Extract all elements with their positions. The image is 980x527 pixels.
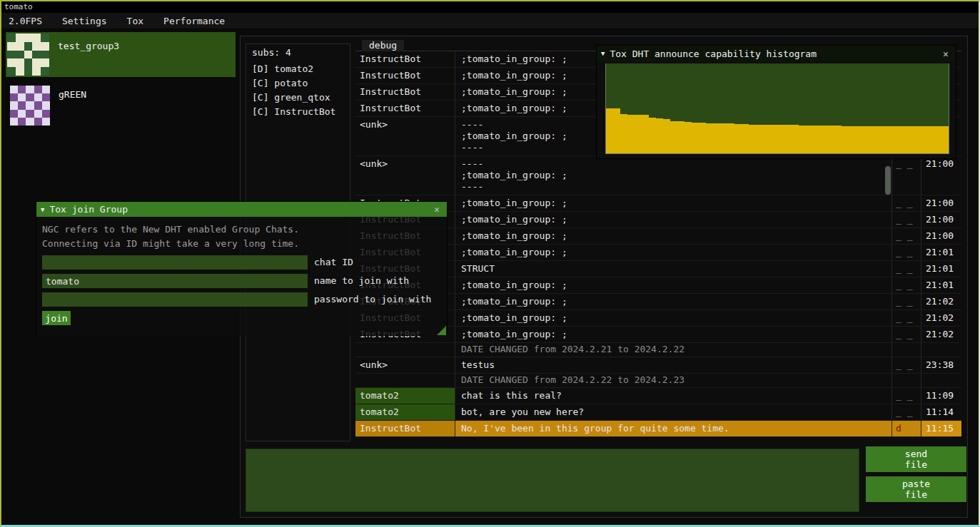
chat-message: No, I've been in this group for quite so… <box>455 421 892 436</box>
chat-flags: _ _ <box>892 327 921 342</box>
chat-sender: InstructBot <box>355 68 455 83</box>
chat-message: ---- ;tomato_in_group: ; ---- <box>455 156 892 195</box>
contact-list: test_group3 gREEN <box>6 32 236 135</box>
group-item-test-group3[interactable]: test_group3 <box>6 32 236 77</box>
subs-list-item[interactable]: [C] green_qtox <box>246 91 350 105</box>
chat-sender: tomato2 <box>355 388 455 404</box>
join-group-window: ▼ Tox join Group ✕ NGC refers to the New… <box>36 201 448 336</box>
chat-row[interactable]: <unk>testus_ _23:38 <box>355 357 961 374</box>
chat-flags: _ _ <box>892 404 921 420</box>
chat-time: 21:02 <box>921 327 961 342</box>
subs-list-item[interactable]: [C] InstructBot <box>246 105 350 119</box>
chat-time <box>921 343 961 357</box>
chat-time: 21:01 <box>921 277 961 293</box>
chat-flags: _ _ <box>892 228 921 244</box>
chat-time: 21:01 <box>921 261 961 277</box>
chat-message: ;tomato_in_group: ; <box>455 294 892 309</box>
join-info-line: NGC refers to the New DHT enabled Group … <box>42 222 441 237</box>
chat-flags: _ _ <box>892 156 921 195</box>
join-close-icon[interactable]: ✕ <box>431 204 443 215</box>
chat-flags: _ _ <box>892 277 921 293</box>
join-password-input[interactable] <box>42 292 308 307</box>
join-group-title: Tox join Group <box>49 204 128 215</box>
chat-time: 23:38 <box>921 357 961 373</box>
chat-scrollbar-thumb[interactable] <box>885 166 891 195</box>
join-button[interactable]: join <box>42 311 71 325</box>
chat-message: DATE CHANGED from 2024.2.22 to 2024.2.23 <box>455 374 892 387</box>
chat-message: ;tomato_in_group: ; <box>455 228 892 244</box>
chat-flags: _ _ <box>892 261 921 277</box>
join-group-body: NGC refers to the New DHT enabled Group … <box>36 217 447 336</box>
collapse-icon[interactable]: ▼ <box>601 50 605 57</box>
chat-flags: _ _ <box>892 310 921 326</box>
join-name-input[interactable] <box>42 274 308 288</box>
send-file-button[interactable]: send file <box>866 446 966 472</box>
join-password-label: password to join with <box>314 292 431 307</box>
chat-time: 11:14 <box>921 404 961 420</box>
chat-time: 21:00 <box>921 195 961 211</box>
chat-message: ;tomato_in_group: ; <box>455 212 892 227</box>
chat-sender: InstructBot <box>355 101 455 116</box>
subs-list-item[interactable]: [C] potato <box>246 76 350 91</box>
histogram-plot <box>605 63 949 154</box>
group-avatar <box>10 86 50 126</box>
chat-time: 21:00 <box>921 212 961 227</box>
chat-sender: <unk> <box>355 357 455 373</box>
message-input[interactable] <box>246 449 859 512</box>
histogram-close-icon[interactable]: ✕ <box>940 48 951 59</box>
chat-message: ;tomato_in_group: ; <box>455 327 892 342</box>
histogram-window: ▼ Tox DHT announce capability histogram … <box>596 45 956 159</box>
group-item-green[interactable]: gREEN <box>6 83 236 128</box>
chat-message: testus <box>455 357 892 373</box>
chat-row[interactable]: <unk>---- ;tomato_in_group: ; ----_ _21:… <box>355 156 961 195</box>
group-name: gREEN <box>51 83 86 128</box>
subs-list-item[interactable]: [D] tomato2 <box>246 62 350 76</box>
paste-file-button[interactable]: paste file <box>866 476 966 502</box>
chat-sender: <unk> <box>355 156 455 195</box>
group-name: test_group3 <box>51 32 119 77</box>
histogram-body <box>597 61 956 158</box>
join-info-line: Connecting via ID might take a very long… <box>42 237 441 251</box>
chat-time: 21:01 <box>921 245 961 260</box>
chat-flags: _ _ <box>892 212 921 227</box>
subs-list: [D] tomato2[C] potato[C] green_qtox[C] I… <box>246 62 350 119</box>
chat-id-input[interactable] <box>42 255 308 270</box>
chat-time: 21:02 <box>921 310 961 326</box>
histogram-title: Tox DHT announce capability histogram <box>610 48 817 59</box>
chat-date-row: DATE CHANGED from 2024.2.21 to 2024.2.22 <box>355 343 961 357</box>
resize-grip-icon[interactable] <box>437 326 446 335</box>
chat-flags <box>892 374 921 387</box>
chat-sender: tomato2 <box>355 404 455 420</box>
chat-time: 21:00 <box>921 156 961 195</box>
join-name-label: name to join with <box>314 274 409 288</box>
chat-row[interactable]: InstructBotNo, I've been in this group f… <box>355 421 961 437</box>
chat-id-label: chat ID <box>314 255 353 270</box>
collapse-icon[interactable]: ▼ <box>41 206 44 213</box>
menu-item-performance[interactable]: Performance <box>163 16 225 26</box>
chat-flags: _ _ <box>892 245 921 260</box>
chat-sender <box>355 374 455 387</box>
chat-sender: <unk> <box>355 117 455 155</box>
chat-sender: InstructBot <box>355 84 455 100</box>
join-group-titlebar[interactable]: ▼ Tox join Group ✕ <box>36 202 447 217</box>
chat-time: 21:00 <box>921 228 961 244</box>
chat-row[interactable]: tomato2chat is this real?_ _11:09 <box>355 388 961 404</box>
chat-time: 21:02 <box>921 294 961 309</box>
chat-message: ;tomato_in_group: ; <box>455 195 892 211</box>
chat-flags: d <box>892 421 921 436</box>
histogram-titlebar[interactable]: ▼ Tox DHT announce capability histogram … <box>597 46 956 61</box>
chat-message: ;tomato_in_group: ; <box>455 310 892 326</box>
tab-debug[interactable]: debug <box>362 40 404 51</box>
chat-message: STRUCT <box>455 261 892 277</box>
chat-row[interactable]: tomato2bot, are you new here?_ _11:14 <box>355 404 961 421</box>
chat-flags: _ _ <box>892 357 921 373</box>
menu-item-20fps: 2.0FPS <box>9 16 42 26</box>
menu-bar: 2.0FPSSettingsToxPerformance <box>1 13 979 29</box>
menu-item-tox[interactable]: Tox <box>127 16 143 26</box>
chat-sender: InstructBot <box>355 51 455 67</box>
chat-flags: _ _ <box>892 388 921 404</box>
chat-time: 11:15 <box>921 421 961 436</box>
chat-time: 11:09 <box>921 388 961 404</box>
menu-item-settings[interactable]: Settings <box>62 16 107 26</box>
chat-flags: _ _ <box>892 294 921 309</box>
